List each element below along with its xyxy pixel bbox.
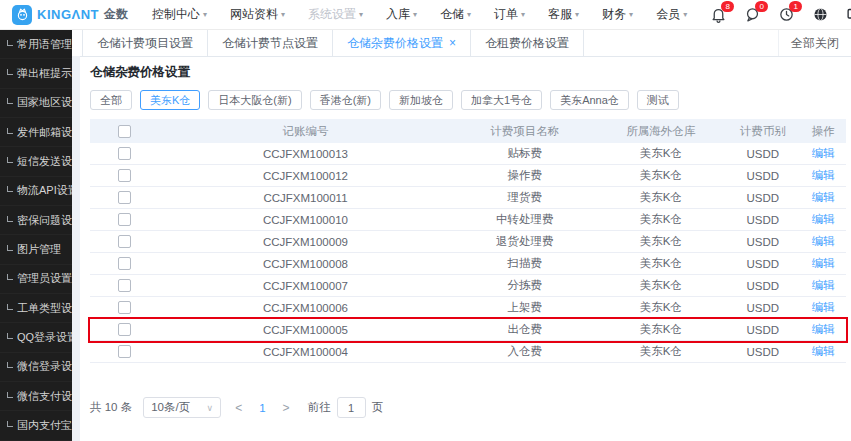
edit-link[interactable]: 编辑 bbox=[812, 279, 835, 291]
edit-link[interactable]: 编辑 bbox=[812, 323, 835, 335]
row-checkbox-cell bbox=[90, 209, 158, 231]
filter-button-5[interactable]: 加拿大1号仓 bbox=[461, 90, 542, 110]
select-all-checkbox[interactable] bbox=[118, 125, 131, 138]
row-name-cell: 上架费 bbox=[453, 297, 597, 319]
row-action-cell: 编辑 bbox=[801, 319, 846, 341]
tree-branch-icon bbox=[7, 157, 13, 163]
next-page-button[interactable]: > bbox=[280, 401, 293, 415]
tree-branch-icon bbox=[7, 333, 13, 339]
row-name-cell: 贴标费 bbox=[453, 143, 597, 165]
row-action-cell: 编辑 bbox=[801, 297, 846, 319]
row-checkbox[interactable] bbox=[118, 301, 131, 314]
sidebar-item-5[interactable]: 物流API设置 bbox=[0, 177, 72, 206]
prev-page-button[interactable]: < bbox=[232, 401, 245, 415]
chevron-down-icon: ▾ bbox=[467, 10, 471, 19]
edit-link[interactable]: 编辑 bbox=[812, 235, 835, 247]
close-all-tabs-button[interactable]: 全部关闭 bbox=[778, 30, 851, 56]
sidebar-item-9[interactable]: 工单类型设置 bbox=[0, 294, 72, 323]
brand-name: KINGΛNT bbox=[37, 7, 99, 22]
row-warehouse-cell: 美东K仓 bbox=[597, 297, 726, 319]
edit-link[interactable]: 编辑 bbox=[812, 213, 835, 225]
top-navbar: KINGΛNT 金数 控制中心▾网站资料▾系统设置▾入库▾仓储▾订单▾客服▾财务… bbox=[0, 0, 851, 30]
row-currency-cell: USDD bbox=[725, 341, 801, 363]
close-icon[interactable]: × bbox=[449, 36, 456, 50]
row-currency-cell: USDD bbox=[725, 165, 801, 187]
top-menu-item-7[interactable]: 财务▾ bbox=[602, 6, 633, 23]
sidebar-item-1[interactable]: 弹出框提示语管理 bbox=[0, 59, 72, 88]
globe-language-icon[interactable] bbox=[812, 6, 829, 23]
sidebar-item-label: 微信支付设置 bbox=[17, 389, 72, 404]
sidebar-item-3[interactable]: 发件邮箱设置 bbox=[0, 118, 72, 147]
sidebar-item-4[interactable]: 短信发送设置 bbox=[0, 147, 72, 176]
edit-link[interactable]: 编辑 bbox=[812, 345, 835, 357]
row-checkbox[interactable] bbox=[118, 323, 131, 336]
row-name-cell: 扫描费 bbox=[453, 253, 597, 275]
row-checkbox[interactable] bbox=[118, 235, 131, 248]
tab-label: 仓储计费项目设置 bbox=[97, 35, 193, 52]
top-menu-item-5[interactable]: 订单▾ bbox=[494, 6, 525, 23]
content-area: 仓储杂费价格设置 全部美东K仓日本大阪仓(新)香港仓(新)新加坡仓加拿大1号仓美… bbox=[80, 56, 851, 441]
row-id-cell: CCJFXM100010 bbox=[158, 209, 453, 231]
row-checkbox[interactable] bbox=[118, 257, 131, 270]
sidebar-item-12[interactable]: 微信支付设置 bbox=[0, 382, 72, 411]
tree-branch-icon bbox=[7, 216, 13, 222]
top-menu-item-label: 客服 bbox=[548, 6, 572, 23]
filter-button-4[interactable]: 新加坡仓 bbox=[389, 90, 453, 110]
tab-item-3[interactable]: 仓租费价格设置 bbox=[471, 30, 584, 56]
row-currency-cell: USDD bbox=[725, 231, 801, 253]
sidebar-item-0[interactable]: 常用语管理 bbox=[0, 30, 72, 59]
top-menu-item-4[interactable]: 仓储▾ bbox=[440, 6, 471, 23]
sidebar-item-8[interactable]: 管理员设置 bbox=[0, 265, 72, 294]
top-menu-item-label: 订单 bbox=[494, 6, 518, 23]
current-page-button[interactable]: 1 bbox=[256, 402, 268, 414]
tab-item-1[interactable]: 仓储计费节点设置 bbox=[208, 30, 333, 56]
row-checkbox-cell bbox=[90, 275, 158, 297]
edit-link[interactable]: 编辑 bbox=[812, 191, 835, 203]
goto-page-input[interactable] bbox=[337, 397, 366, 418]
sidebar-item-2[interactable]: 国家地区设置 bbox=[0, 89, 72, 118]
chevron-down-icon: ▾ bbox=[575, 10, 579, 19]
sidebar-item-11[interactable]: 微信登录设置 bbox=[0, 353, 72, 382]
edit-link[interactable]: 编辑 bbox=[812, 257, 835, 269]
sidebar-item-7[interactable]: 图片管理 bbox=[0, 235, 72, 264]
top-menu-item-0[interactable]: 控制中心▾ bbox=[152, 6, 207, 23]
top-menu-item-2[interactable]: 系统设置▾ bbox=[308, 6, 363, 23]
goto-page-group: 前往 页 bbox=[308, 397, 384, 418]
history-clock-icon[interactable]: 1 bbox=[778, 6, 795, 23]
row-checkbox[interactable] bbox=[118, 345, 131, 358]
row-checkbox[interactable] bbox=[118, 213, 131, 226]
sidebar-item-13[interactable]: 国内支付宝设置 bbox=[0, 411, 72, 440]
sidebar-item-10[interactable]: QQ登录设置 bbox=[0, 323, 72, 352]
chevron-down-icon: ▾ bbox=[413, 10, 417, 19]
sidebar-item-6[interactable]: 密保问题设置 bbox=[0, 206, 72, 235]
edit-link[interactable]: 编辑 bbox=[812, 169, 835, 181]
row-checkbox[interactable] bbox=[118, 169, 131, 182]
top-menu-item-3[interactable]: 入库▾ bbox=[386, 6, 417, 23]
tab-label: 仓储杂费价格设置 bbox=[347, 35, 443, 52]
row-checkbox[interactable] bbox=[118, 147, 131, 160]
filter-button-2[interactable]: 日本大阪仓(新) bbox=[208, 90, 301, 110]
filter-button-1[interactable]: 美东K仓 bbox=[140, 90, 200, 110]
edit-link[interactable]: 编辑 bbox=[812, 301, 835, 313]
filter-button-7[interactable]: 测试 bbox=[637, 90, 679, 110]
filter-button-6[interactable]: 美东Anna仓 bbox=[550, 90, 629, 110]
tab-item-2[interactable]: 仓储杂费价格设置× bbox=[333, 30, 471, 56]
tab-item-0[interactable]: 仓储计费项目设置 bbox=[82, 30, 208, 56]
row-checkbox[interactable] bbox=[118, 191, 131, 204]
row-name-cell: 入仓费 bbox=[453, 341, 597, 363]
edit-link[interactable]: 编辑 bbox=[812, 147, 835, 159]
top-menu-item-8[interactable]: 会员▾ bbox=[656, 6, 687, 23]
row-checkbox[interactable] bbox=[118, 279, 131, 292]
top-menu-item-label: 入库 bbox=[386, 6, 410, 23]
messages-chat-icon[interactable]: 0 bbox=[744, 6, 761, 23]
top-menu: 控制中心▾网站资料▾系统设置▾入库▾仓储▾订单▾客服▾财务▾会员▾ bbox=[152, 6, 710, 23]
row-warehouse-cell: 美东K仓 bbox=[597, 187, 726, 209]
monitor-icon[interactable] bbox=[846, 6, 851, 23]
filter-button-3[interactable]: 香港仓(新) bbox=[310, 90, 381, 110]
notifications-bell-icon[interactable]: 8 bbox=[710, 6, 727, 23]
page-size-value: 10条/页 bbox=[151, 400, 190, 415]
page-size-select[interactable]: 10条/页 ∨ bbox=[143, 397, 221, 418]
top-menu-item-1[interactable]: 网站资料▾ bbox=[230, 6, 285, 23]
top-menu-item-6[interactable]: 客服▾ bbox=[548, 6, 579, 23]
filter-button-0[interactable]: 全部 bbox=[90, 90, 132, 110]
